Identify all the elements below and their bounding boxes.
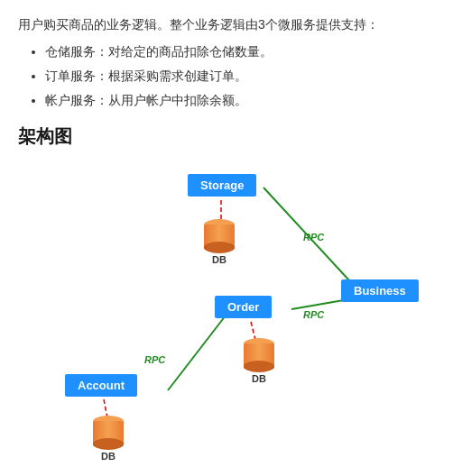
business-node: Business (341, 279, 419, 302)
storage-db: DB (204, 219, 235, 265)
rpc-label-1: RPC (303, 232, 324, 243)
bullet-list: 仓储服务：对给定的商品扣除仓储数量。 订单服务：根据采购需求创建订单。 帐户服务… (45, 40, 435, 112)
diagram-container: Storage DB Business Order DB Account DB … (18, 158, 433, 446)
account-node: Account (65, 374, 137, 397)
account-db: DB (93, 416, 124, 462)
rpc-label-2: RPC (303, 309, 324, 320)
order-node: Order (215, 296, 272, 318)
section-title: 架构图 (18, 124, 435, 149)
order-db: DB (244, 338, 274, 384)
storage-node: Storage (188, 174, 256, 197)
svg-line-5 (168, 316, 226, 390)
intro-text: 用户购买商品的业务逻辑。整个业务逻辑由3个微服务提供支持： (18, 14, 435, 34)
bullet-storage: 仓储服务：对给定的商品扣除仓储数量。 (45, 40, 435, 64)
bullet-order: 订单服务：根据采购需求创建订单。 (45, 64, 435, 88)
bullet-account: 帐户服务：从用户帐户中扣除余额。 (45, 88, 435, 113)
rpc-label-3: RPC (144, 354, 165, 365)
